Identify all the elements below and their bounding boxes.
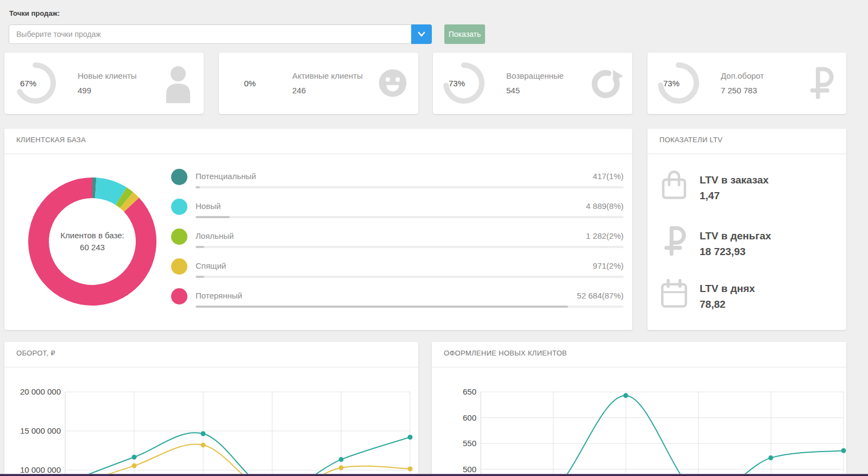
gauge-percent: 73% <box>433 60 480 106</box>
legend-value: 1 282(2%) <box>586 231 624 240</box>
ltv-panel: ПОКАЗАТЕЛИ LTV LTV в заказах 1,47 LTV в … <box>647 129 846 330</box>
legend-row-new[interactable]: Новый 4 889(8%) <box>171 201 624 229</box>
ltv-label: LTV в заказах <box>700 172 769 188</box>
kpi-value: 499 <box>78 83 137 98</box>
svg-text:500: 500 <box>463 465 476 474</box>
legend-label: Спящий <box>196 261 226 270</box>
panel-title: ПОКАЗАТЕЛИ LTV <box>659 136 722 144</box>
legend-row-lost[interactable]: Потерянный 52 684(87%) <box>171 291 624 318</box>
gauge-percent: 0% <box>227 60 273 106</box>
svg-text:550: 550 <box>463 439 476 448</box>
smiley-icon <box>376 60 410 106</box>
kpi-title: Возвращенные <box>506 68 564 83</box>
ltv-orders-row: LTV в заказах 1,47 <box>658 168 838 214</box>
ltv-label: LTV в деньгах <box>700 228 771 244</box>
client-base-panel: КЛИЕНТСКАЯ БАЗА Клиентов в базе: 60 243 … <box>4 129 632 330</box>
legend-label: Новый <box>196 201 221 211</box>
legend-color-dot <box>171 288 187 304</box>
kpi-title: Доп.оборот <box>721 68 764 83</box>
refresh-icon <box>590 60 624 106</box>
legend-row-sleeping[interactable]: Спящий 971(2%) <box>171 261 624 288</box>
divider <box>647 154 846 154</box>
bag-icon <box>658 169 690 201</box>
legend-progress-bar <box>196 216 624 218</box>
gauge-percent: 73% <box>648 60 695 106</box>
legend-label: Потенциальный <box>196 172 256 181</box>
legend-color-dot <box>171 258 187 275</box>
legend-row-loyal[interactable]: Лояльный 1 282(2%) <box>171 231 624 258</box>
legend-color-dot <box>171 229 187 245</box>
new-clients-panel: ОФОРМЛЕНИЕ НОВЫХ КЛИЕНТОВ 650600550500 <box>432 342 846 476</box>
show-button[interactable]: Показать <box>444 24 485 44</box>
ltv-money-row: LTV в деньгах 18 723,93 <box>658 224 838 270</box>
legend-progress-bar <box>196 246 624 248</box>
svg-text:20 000 000: 20 000 000 <box>20 387 61 396</box>
kpi-card-new-clients: 67% Новые клиенты 499 <box>4 53 204 114</box>
legend-color-dot <box>171 199 187 215</box>
percent-gauge: 73% <box>441 60 487 106</box>
ltv-label: LTV в днях <box>700 281 755 296</box>
legend-value: 52 684(87%) <box>577 291 624 300</box>
legend-value: 4 889(8%) <box>586 201 624 211</box>
ltv-value: 78,82 <box>700 296 755 312</box>
kpi-card-active-clients: 0% Активные клиенты 246 <box>219 53 418 114</box>
svg-text:600: 600 <box>463 413 476 422</box>
ruble-icon <box>658 225 690 257</box>
legend-label: Лояльный <box>196 231 234 240</box>
select-dropdown-button[interactable] <box>411 24 432 44</box>
percent-gauge: 73% <box>655 60 702 106</box>
percent-gauge: 0% <box>227 60 273 106</box>
ltv-value: 18 723,93 <box>700 244 771 259</box>
ruble-icon <box>804 60 838 106</box>
kpi-value: 545 <box>506 83 564 98</box>
legend-value: 417(1%) <box>593 172 624 181</box>
panel-title: КЛИЕНТСКАЯ БАЗА <box>16 136 86 144</box>
kpi-card-returned: 73% Возвращенные 545 <box>433 53 632 114</box>
gauge-percent: 67% <box>5 60 52 106</box>
legend-progress-bar <box>196 306 624 308</box>
client-base-donut-chart: Клиентов в базе: 60 243 <box>21 170 164 313</box>
new-clients-line-chart: 650600550500 <box>432 342 846 476</box>
kpi-value: 246 <box>292 83 363 98</box>
legend-value: 971(2%) <box>593 261 624 270</box>
chevron-down-icon <box>417 29 426 39</box>
select-placeholder: Выберите точки продаж <box>16 25 101 43</box>
ltv-days-row: LTV в днях 78,82 <box>658 276 838 323</box>
svg-text:15 000 000: 15 000 000 <box>20 426 61 435</box>
bottom-window-edge <box>0 474 868 476</box>
donut-center-label: Клиентов в базе: 60 243 <box>21 170 164 313</box>
legend-color-dot <box>171 169 187 185</box>
legend-row-potential[interactable]: Потенциальный 417(1%) <box>171 172 624 199</box>
kpi-value: 7 250 783 <box>721 83 764 98</box>
turnover-line-chart: 20 000 00015 000 00010 000 000 <box>4 342 418 476</box>
sales-points-label: Точки продаж: <box>9 9 60 17</box>
sales-points-select[interactable]: Выберите точки продаж <box>9 24 432 44</box>
legend-progress-bar <box>196 276 624 278</box>
calendar-icon <box>658 278 690 309</box>
kpi-title: Новые клиенты <box>78 68 137 83</box>
ltv-value: 1,47 <box>700 188 769 204</box>
legend-label: Потерянный <box>196 291 242 300</box>
person-icon <box>161 60 195 106</box>
kpi-card-extra-turnover: 73% Доп.оборот 7 250 783 <box>647 53 846 114</box>
turnover-panel: ОБОРОТ, ₽ 20 000 00015 000 00010 000 000 <box>4 342 418 476</box>
kpi-title: Активные клиенты <box>292 68 363 83</box>
percent-gauge: 67% <box>12 60 59 106</box>
svg-text:10 000 000: 10 000 000 <box>20 465 61 474</box>
svg-text:650: 650 <box>463 387 476 396</box>
divider <box>4 154 632 154</box>
legend-progress-bar <box>196 186 624 188</box>
